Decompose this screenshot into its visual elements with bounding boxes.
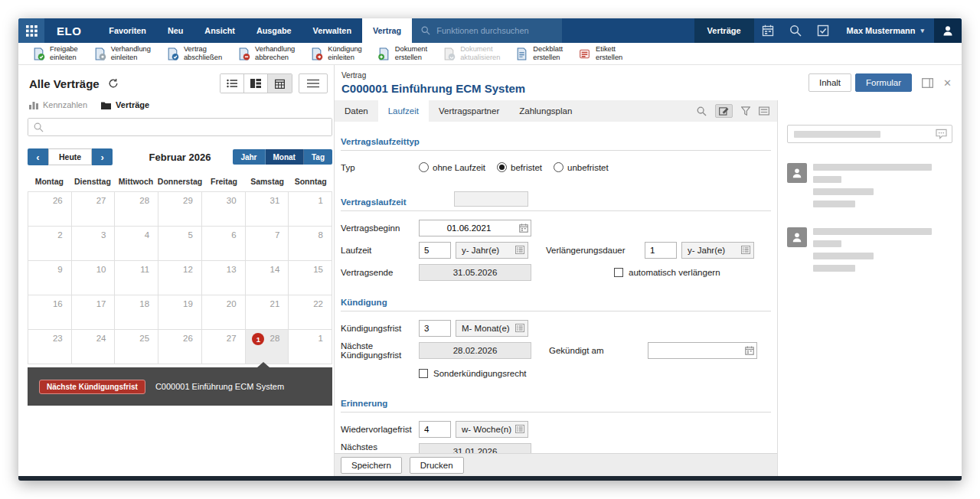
user-avatar-button[interactable] (934, 18, 962, 43)
search-icon[interactable] (697, 106, 707, 116)
menu-vertrag-active[interactable]: Vertrag (362, 18, 412, 43)
calendar-day[interactable]: 13 (202, 261, 246, 295)
tasks-button[interactable] (809, 18, 837, 43)
calendar-day[interactable]: 14 (246, 261, 289, 295)
list-view-button[interactable] (220, 74, 244, 93)
radio-icon-checked[interactable] (497, 162, 507, 172)
view-jahr-button[interactable]: Jahr (233, 149, 265, 165)
today-button[interactable]: Heute (48, 148, 92, 165)
tab-laufzeit-active[interactable]: Laufzeit (378, 100, 429, 122)
view-tag-button[interactable]: Tag (304, 149, 332, 165)
edit-mode-icon-active[interactable] (715, 104, 733, 118)
calendar-day[interactable]: 4 (115, 227, 158, 261)
radio-ohne-laufzeit[interactable]: ohne Laufzeit (419, 162, 485, 172)
calendar-day[interactable]: 31 (246, 192, 289, 227)
vertragsbeginn-field[interactable] (419, 220, 531, 236)
calendar-day[interactable]: 17 (72, 295, 116, 330)
auto-verlaengern-checkbox[interactable] (614, 268, 623, 277)
print-button[interactable]: Drucken (410, 457, 464, 474)
sidebar-search[interactable] (28, 118, 332, 136)
event-count-badge[interactable]: 1 (252, 333, 264, 345)
menu-neu[interactable]: Neu (157, 18, 194, 43)
deadline-contract-link[interactable]: C000001 Einführung ECM System (155, 382, 284, 391)
tab-vertragspartner[interactable]: Vertragspartner (429, 100, 509, 122)
calendar-day[interactable]: 28 (115, 192, 158, 227)
calendar-day[interactable]: 5 (158, 227, 202, 261)
calendar-day[interactable]: 23 (28, 330, 72, 364)
calendar-day[interactable]: 3 (72, 227, 116, 261)
calendar-next-button[interactable]: › (92, 148, 113, 165)
wiedervorlagefrist-unit-select[interactable]: w- Woche(n) (456, 421, 528, 438)
calendar-day[interactable]: 2 (28, 227, 72, 261)
calendar-day[interactable]: 20 (202, 295, 246, 330)
wiedervorlagefrist-input[interactable] (419, 421, 451, 438)
calendar-day[interactable]: 7 (246, 227, 289, 261)
formular-button[interactable]: Formular (855, 73, 912, 92)
calendar-day[interactable]: 21 (246, 295, 289, 330)
ribbon-verhandlung-abbrechen[interactable]: Verhandlungabbrechen (230, 43, 302, 64)
elo-calendar-button[interactable] (754, 18, 782, 43)
calendar-day[interactable]: 16 (28, 295, 72, 330)
menu-verwalten[interactable]: Verwalten (302, 18, 362, 43)
menu-ausgabe[interactable]: Ausgabe (246, 18, 302, 43)
calendar-day[interactable]: 6 (202, 227, 246, 261)
split-view-button[interactable] (244, 74, 268, 93)
calendar-day[interactable]: 27 (202, 330, 246, 364)
ribbon-etikett-erstellen[interactable]: Etiketterstellen (570, 43, 630, 64)
form-view-icon[interactable] (759, 106, 769, 116)
view-monat-button[interactable]: Monat (266, 149, 304, 165)
laufzeit-unit-select[interactable]: y- Jahr(e) (456, 242, 528, 259)
ribbon-vertrag-abschliessen[interactable]: Vertragabschließen (158, 43, 230, 64)
calendar-day[interactable]: 29 (158, 192, 202, 227)
function-search[interactable]: Funktionen durchsuchen (412, 18, 562, 43)
tab-kennzahlen[interactable]: Kennzahlen (29, 100, 87, 109)
feed-comment-input[interactable] (787, 125, 952, 143)
gekuendigt-am-field[interactable] (648, 342, 757, 359)
calendar-day[interactable]: 26 (28, 192, 72, 227)
radio-befristet-checked[interactable]: befristet (497, 162, 542, 172)
ribbon-verhandlung-einleiten[interactable]: Verhandlungeinleiten (86, 43, 158, 64)
inhalt-button[interactable]: Inhalt (808, 73, 851, 92)
calendar-day[interactable]: 22 (289, 295, 332, 330)
feed-entry[interactable] (787, 163, 952, 207)
workspace-button[interactable]: Verträge (694, 18, 754, 43)
app-grid-icon[interactable] (18, 18, 44, 43)
maximize-panel-icon[interactable] (922, 78, 933, 88)
close-icon[interactable]: ✕ (943, 77, 952, 89)
calendar-day-28-selected[interactable]: 1 28 (246, 330, 289, 364)
menu-ansicht[interactable]: Ansicht (194, 18, 246, 43)
calendar-event-popup[interactable]: Nächste Kündigungsfrist C000001 Einführu… (28, 367, 332, 406)
radio-unbefristet[interactable]: unbefristet (554, 162, 609, 172)
laufzeit-input[interactable] (419, 242, 451, 259)
radio-icon[interactable] (554, 162, 564, 172)
user-menu[interactable]: Max Mustermann ▾ (837, 26, 934, 35)
gekuendigt-am-input[interactable] (648, 343, 756, 358)
save-button[interactable]: Speichern (341, 457, 402, 474)
calendar-view-button[interactable] (268, 74, 292, 93)
kuendigungsfrist-unit-select[interactable]: M- Monat(e) (456, 320, 528, 337)
calendar-day[interactable]: 1 (289, 192, 332, 227)
calendar-day[interactable]: 25 (115, 330, 158, 364)
calendar-day[interactable]: 18 (115, 295, 158, 330)
global-search-button[interactable] (782, 18, 809, 43)
vertragsbeginn-input[interactable] (420, 220, 531, 236)
ribbon-freigabe-einleiten[interactable]: Freigabeeinleiten (24, 43, 86, 64)
calendar-day[interactable]: 27 (72, 192, 116, 227)
radio-icon[interactable] (419, 162, 429, 172)
feed-entry[interactable] (787, 227, 952, 272)
tab-daten[interactable]: Daten (335, 100, 378, 122)
calendar-day[interactable]: 11 (115, 261, 158, 295)
tab-zahlungsplan[interactable]: Zahlungsplan (509, 100, 582, 122)
calendar-day[interactable]: 8 (289, 227, 332, 261)
kuendigungsfrist-input[interactable] (419, 320, 451, 337)
ribbon-kuendigung-einleiten[interactable]: Kündigungeinleiten (302, 43, 369, 64)
sonderkuendigungsrecht-checkbox[interactable] (419, 369, 428, 378)
sidebar-search-input[interactable] (28, 119, 332, 135)
filter-icon[interactable] (741, 106, 750, 116)
tab-vertraege[interactable]: Verträge (101, 100, 149, 109)
calendar-day[interactable]: 19 (158, 295, 202, 330)
ribbon-deckblatt-erstellen[interactable]: Deckblatterstellen (508, 43, 570, 64)
refresh-icon[interactable] (108, 78, 119, 89)
verlaengerungsdauer-input[interactable] (645, 242, 677, 259)
calendar-prev-button[interactable]: ‹ (28, 148, 48, 165)
